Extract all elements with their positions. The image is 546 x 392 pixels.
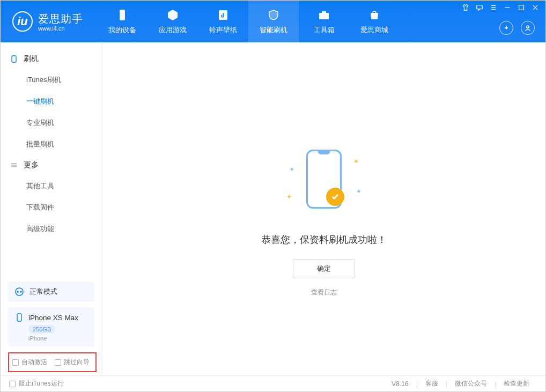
success-illustration: ✦ ✦ ✦ ✦ [276, 150, 372, 214]
device-mode-card[interactable]: 正常模式 [8, 282, 94, 302]
checkbox-icon [12, 359, 19, 366]
device-capacity: 256GB [28, 325, 55, 334]
svg-point-19 [20, 291, 22, 293]
tab-label: 智能刷机 [260, 25, 287, 35]
close-icon[interactable] [532, 4, 539, 13]
svg-rect-4 [477, 5, 483, 9]
svg-point-18 [17, 291, 19, 293]
tab-store[interactable]: 爱思商城 [349, 1, 400, 42]
user-icon[interactable] [521, 21, 535, 35]
check-update-link[interactable]: 检查更新 [496, 379, 537, 388]
menu-icon[interactable] [490, 4, 497, 13]
sidebar-item-pro-flash[interactable]: 专业刷机 [1, 112, 102, 134]
checkbox-icon [9, 381, 16, 387]
app-name: 爱思助手 [38, 13, 83, 25]
checkbox-auto-activate[interactable]: 自动激活 [12, 358, 47, 367]
refresh-shield-icon [267, 8, 281, 22]
cube-icon [166, 8, 180, 22]
app-url: www.i4.cn [38, 25, 83, 32]
sparkle-icon: ✦ [289, 166, 294, 173]
sidebar-group-label: 刷机 [24, 54, 39, 64]
tab-toolbox[interactable]: 工具箱 [299, 1, 349, 42]
sidebar-group-more: 更多 [1, 155, 102, 175]
sidebar-item-batch-flash[interactable]: 批量刷机 [1, 134, 102, 155]
checkbox-label: 跳过向导 [64, 358, 90, 367]
svg-rect-0 [120, 10, 125, 20]
sparkle-icon: ✦ [353, 158, 359, 165]
device-type: iPhone [28, 335, 88, 342]
tab-label: 爱思商城 [360, 25, 388, 35]
ok-button[interactable]: 确定 [293, 259, 355, 278]
sparkle-icon: ✦ [286, 193, 292, 201]
svg-rect-3 [322, 11, 326, 13]
sidebar-group-label: 更多 [24, 160, 39, 170]
device-name: iPhone XS Max [28, 314, 78, 322]
bag-icon [367, 8, 381, 22]
shirt-icon[interactable] [462, 4, 469, 13]
svg-rect-9 [519, 5, 524, 10]
flash-options-row: 自动激活 跳过向导 [8, 352, 97, 372]
sidebar-item-onekey-flash[interactable]: 一键刷机 [1, 91, 102, 112]
svg-point-17 [16, 288, 23, 295]
window-controls [462, 4, 539, 13]
main-content: ✦ ✦ ✦ ✦ 恭喜您，保资料刷机成功啦！ 确定 查看日志 [102, 42, 545, 375]
toolbox-icon [317, 8, 331, 22]
checkbox-icon [55, 359, 61, 366]
tab-flash[interactable]: 智能刷机 [248, 1, 299, 42]
top-tabs: 我的设备 应用游戏 铃声壁纸 智能刷机 工具箱 爱思商城 [97, 1, 400, 42]
checkbox-label: 阻止iTunes运行 [19, 379, 64, 388]
sidebar: 刷机 iTunes刷机 一键刷机 专业刷机 批量刷机 更多 其他工具 下载固件 … [1, 42, 102, 375]
svg-point-12 [527, 26, 529, 28]
header-right-icons [499, 21, 535, 35]
sidebar-item-download-fw[interactable]: 下载固件 [1, 197, 102, 218]
sidebar-item-other-tools[interactable]: 其他工具 [1, 175, 102, 197]
tab-label: 我的设备 [108, 25, 136, 35]
sidebar-group-flash: 刷机 [1, 49, 102, 69]
phone-icon [115, 8, 129, 22]
maximize-icon[interactable] [518, 4, 525, 13]
sidebar-item-itunes-flash[interactable]: iTunes刷机 [1, 69, 102, 91]
minimize-icon[interactable] [504, 4, 511, 13]
success-check-icon [326, 188, 344, 206]
status-bar: 阻止iTunes运行 V8.16 | 客服 | 微信公众号 | 检查更新 [1, 375, 545, 391]
service-link[interactable]: 客服 [418, 379, 446, 388]
app-header: iu 爱思助手 www.i4.cn 我的设备 应用游戏 铃声壁纸 智能刷机 工具… [1, 1, 545, 42]
device-card[interactable]: iPhone XS Max 256GB iPhone [8, 307, 94, 347]
svg-rect-2 [319, 13, 329, 19]
checkbox-block-itunes[interactable]: 阻止iTunes运行 [9, 379, 64, 388]
tab-mydevice[interactable]: 我的设备 [97, 1, 147, 42]
success-message: 恭喜您，保资料刷机成功啦！ [261, 233, 387, 246]
download-icon[interactable] [499, 21, 513, 35]
sidebar-item-advanced[interactable]: 高级功能 [1, 218, 102, 240]
phone-small-icon [14, 313, 24, 322]
app-logo: iu 爱思助手 www.i4.cn [1, 11, 97, 32]
device-icon [10, 55, 18, 63]
sparkle-icon: ✦ [356, 188, 361, 195]
tab-label: 铃声壁纸 [209, 25, 237, 35]
tab-apps[interactable]: 应用游戏 [147, 1, 198, 42]
version-label: V8.16 [392, 380, 408, 388]
view-log-link[interactable]: 查看日志 [311, 288, 337, 297]
normal-mode-icon [14, 287, 24, 297]
svg-rect-13 [12, 56, 16, 62]
list-icon [10, 161, 18, 169]
logo-icon: iu [12, 11, 33, 32]
svg-rect-1 [219, 10, 227, 20]
feedback-icon[interactable] [476, 4, 483, 13]
tab-ringtones[interactable]: 铃声壁纸 [198, 1, 248, 42]
tab-label: 工具箱 [314, 25, 335, 35]
tab-label: 应用游戏 [159, 25, 187, 35]
checkbox-label: 自动激活 [21, 358, 47, 367]
svg-rect-20 [17, 314, 21, 321]
checkbox-skip-guide[interactable]: 跳过向导 [55, 358, 90, 367]
wechat-link[interactable]: 微信公众号 [447, 379, 495, 388]
device-mode-label: 正常模式 [29, 287, 57, 297]
music-icon [216, 8, 230, 22]
